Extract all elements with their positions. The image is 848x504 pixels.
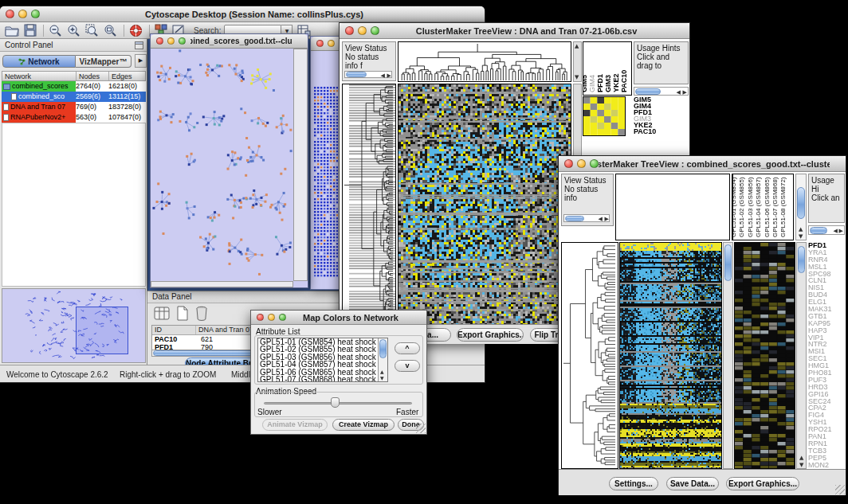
scroll-left-icon[interactable]: ◀ xyxy=(599,216,603,222)
scroll-thumb[interactable] xyxy=(635,88,661,95)
minimize-icon[interactable] xyxy=(268,314,275,321)
main-titlebar[interactable]: Cytoscape Desktop (Session Name: collins… xyxy=(0,6,485,22)
overview-viewport-rect[interactable] xyxy=(76,307,128,354)
zoom-window-icon[interactable] xyxy=(179,37,186,45)
scroll-up-icon[interactable]: ▲ xyxy=(799,226,803,232)
zoom-out-icon[interactable] xyxy=(49,24,62,37)
scroll-up-icon[interactable]: ▲ xyxy=(575,43,579,49)
zoom-in-icon[interactable] xyxy=(67,24,80,37)
tv2-labels-vscrollbar[interactable]: ▲ ▼ xyxy=(795,174,807,240)
scroll-up-icon[interactable]: ▲ xyxy=(380,369,384,375)
tv2-hints-scrollbar[interactable]: ◀ ▶ xyxy=(808,225,845,235)
tv1-status-scrollbar[interactable]: ◀ ▶ xyxy=(344,71,392,78)
network-graph-canvas[interactable] xyxy=(151,49,293,281)
scroll-thumb[interactable] xyxy=(565,216,584,221)
col-edges[interactable]: Edges xyxy=(109,72,145,80)
save-icon[interactable] xyxy=(24,24,37,37)
minimize-icon[interactable] xyxy=(328,40,335,47)
col-network[interactable]: Network xyxy=(2,72,77,80)
treeview2-titlebar[interactable]: ClusterMaker TreeView : combined_scores_… xyxy=(559,156,846,172)
scroll-left-icon[interactable]: ◀ xyxy=(834,228,838,234)
delete-attribute-trash-icon[interactable] xyxy=(195,306,208,321)
animate-vizmap-button[interactable]: Animate Vizmap xyxy=(262,419,328,431)
help-lifering-icon[interactable] xyxy=(129,24,143,37)
tv1-row-dendrogram[interactable] xyxy=(342,84,396,325)
scroll-right-icon[interactable]: ▶ xyxy=(605,216,609,222)
zoom-fit-icon[interactable] xyxy=(104,24,117,37)
col-id[interactable]: ID xyxy=(152,326,196,334)
attribute-list[interactable]: GPL51-01 (GSM854) heat shock 05 minGPL51… xyxy=(257,338,388,382)
minimize-icon[interactable] xyxy=(18,10,27,18)
attribute-item[interactable]: GPL51-07 (GSM868) heat shock 60 min xyxy=(258,376,387,382)
minimize-icon[interactable] xyxy=(358,26,367,35)
zoom-window-icon[interactable] xyxy=(371,26,379,35)
attribute-list-scrollbar[interactable]: ▲ ▼ xyxy=(378,338,387,381)
close-icon[interactable] xyxy=(6,10,14,18)
scroll-thumb[interactable] xyxy=(797,187,805,219)
new-attribute-icon[interactable] xyxy=(176,306,189,321)
network-row[interactable]: combined_sco2569(6)13112(15) xyxy=(2,92,146,102)
move-down-button[interactable]: v xyxy=(395,360,420,372)
tv1-mini-scroll-strip[interactable]: ▲ ▼ xyxy=(573,41,582,82)
move-up-button[interactable]: ^ xyxy=(395,342,420,354)
close-icon[interactable] xyxy=(564,159,573,168)
create-vizmap-button[interactable]: Create Vizmap xyxy=(332,419,395,431)
tv1-heatmap-global[interactable] xyxy=(398,84,571,325)
tv1-column-dendrogram[interactable] xyxy=(398,41,571,82)
zoom-window-icon[interactable] xyxy=(590,159,599,168)
settings-button[interactable]: Settings... xyxy=(609,477,658,490)
tab-network[interactable]: Network xyxy=(2,55,76,68)
close-icon[interactable] xyxy=(345,26,354,35)
dense-network-canvas[interactable] xyxy=(314,87,338,278)
scroll-down-icon[interactable]: ▼ xyxy=(380,375,384,381)
zoom-window-icon[interactable] xyxy=(279,314,286,321)
save-data-button[interactable]: Save Data... xyxy=(666,477,719,490)
tv2-vscrollbar1[interactable] xyxy=(723,242,733,469)
close-icon[interactable] xyxy=(156,37,163,45)
network-hscrollbar[interactable] xyxy=(151,281,293,287)
minimize-icon[interactable] xyxy=(167,37,175,45)
scroll-left-icon[interactable]: ◀ xyxy=(381,72,385,79)
network-vscrollbar[interactable] xyxy=(293,49,308,281)
scroll-thumb[interactable] xyxy=(724,244,732,281)
minimize-icon[interactable] xyxy=(577,159,586,168)
tab-overflow-arrow-icon[interactable]: ▶ xyxy=(135,54,147,68)
scroll-left-icon[interactable]: ◀ xyxy=(677,89,681,96)
tv2-column-dendrogram[interactable] xyxy=(615,174,730,240)
tv2-row-dendrogram[interactable] xyxy=(561,242,618,469)
close-icon[interactable] xyxy=(316,40,324,47)
tab-vizmapper[interactable]: VizMapper™ xyxy=(76,55,132,68)
select-attributes-icon[interactable] xyxy=(154,306,170,321)
network-overview-panel[interactable] xyxy=(2,288,146,363)
scroll-up-icon[interactable]: ▲ xyxy=(799,455,803,461)
tv2-heatmap-zoom[interactable] xyxy=(734,242,795,469)
open-file-icon[interactable] xyxy=(5,24,19,37)
scroll-right-icon[interactable]: ▶ xyxy=(683,89,687,96)
close-icon[interactable] xyxy=(257,314,264,321)
scroll-thumb[interactable] xyxy=(379,339,387,358)
scroll-down-icon[interactable]: ▼ xyxy=(799,462,803,468)
dialog-titlebar[interactable]: Map Colors to Network xyxy=(251,311,426,325)
network-titlebar[interactable]: combined_scores_good.txt--cluste... xyxy=(151,34,308,49)
resize-grip[interactable] xyxy=(416,424,426,433)
tv2-status-scrollbar[interactable]: ◀ ▶ xyxy=(563,214,610,222)
speed-slider-thumb[interactable] xyxy=(331,397,340,408)
zoom-selected-icon[interactable] xyxy=(85,24,99,37)
scroll-thumb[interactable] xyxy=(346,72,367,77)
resize-grip[interactable] xyxy=(835,485,845,494)
network-row[interactable]: combined_scores2764(0)16218(0) xyxy=(2,81,146,92)
treeview1-titlebar[interactable]: ClusterMaker TreeView : DNA and Tran 07-… xyxy=(340,23,689,39)
network-row[interactable]: RNAPuberNov2+563(0)107847(0) xyxy=(2,112,146,123)
scroll-thumb[interactable] xyxy=(798,246,805,273)
scroll-right-icon[interactable]: ▶ xyxy=(387,72,391,79)
tv2-heatmap-global[interactable] xyxy=(619,242,722,469)
export-graphics-button[interactable]: Export Graphics... xyxy=(457,328,524,342)
scroll-thumb[interactable] xyxy=(810,227,827,234)
export-graphics-button[interactable]: Export Graphics... xyxy=(726,477,799,490)
tv2-vscrollbar2[interactable]: ▲ ▼ xyxy=(796,242,807,469)
scroll-down-icon[interactable]: ▼ xyxy=(575,74,579,80)
tv1-heatmap-zoom[interactable] xyxy=(583,96,626,136)
col-nodes[interactable]: Nodes xyxy=(77,72,109,80)
scroll-right-icon[interactable]: ▶ xyxy=(839,228,843,234)
tv1-hints-scrollbar[interactable]: ◀ ▶ xyxy=(634,87,689,96)
